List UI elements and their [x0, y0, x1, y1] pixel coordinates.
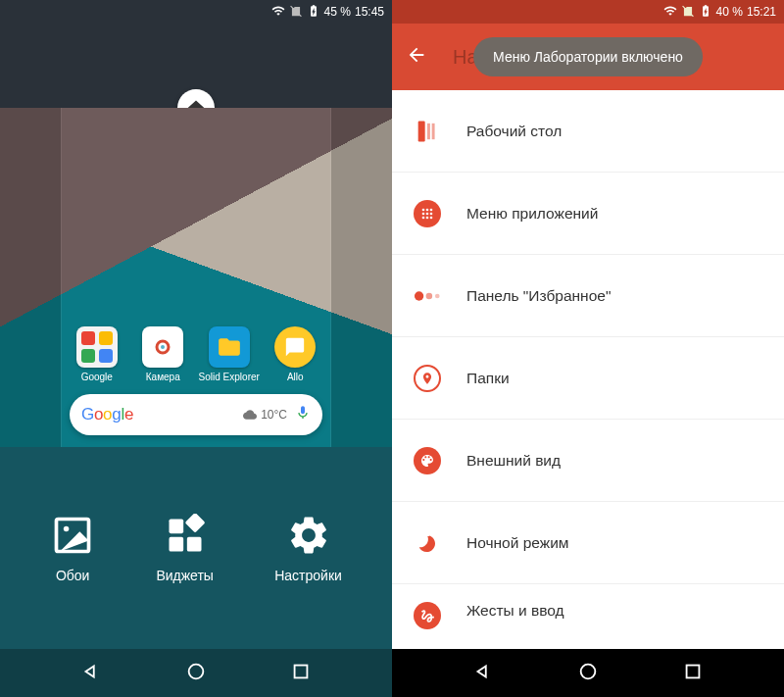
app-item[interactable]: Solid Explorer	[196, 326, 263, 382]
svg-point-17	[422, 208, 425, 211]
option-label: Виджеты	[156, 568, 214, 583]
settings-item-night[interactable]: Ночной режим	[392, 502, 784, 584]
svg-rect-1	[99, 331, 113, 345]
settings-label: Папки	[466, 370, 510, 387]
settings-label: Внешний вид	[466, 452, 561, 470]
dock-icon	[414, 282, 441, 310]
settings-button[interactable]: Настройки	[274, 513, 342, 583]
nav-recent-button[interactable]	[682, 661, 704, 686]
google-logo: Google	[81, 405, 133, 424]
moon-icon	[414, 529, 441, 557]
svg-point-5	[161, 345, 165, 349]
page-thumb-left[interactable]	[0, 108, 61, 447]
toast-message: Меню Лаборатории включено	[473, 37, 703, 76]
mic-icon[interactable]	[295, 403, 311, 426]
google-search-widget[interactable]: Google 10°C	[70, 394, 322, 435]
settings-item-desktop[interactable]: Рабочий стол	[392, 90, 784, 173]
svg-rect-16	[432, 123, 435, 138]
settings-label: Жесты и ввод	[466, 602, 564, 620]
app-label: Google	[81, 372, 113, 382]
camera-icon	[142, 326, 183, 368]
gestures-icon	[414, 602, 441, 629]
folders-icon	[414, 365, 441, 392]
page-thumb-right[interactable]	[331, 108, 392, 447]
status-time: 15:21	[747, 5, 776, 19]
app-item[interactable]: Google	[64, 326, 130, 382]
settings-item-folders[interactable]: Папки	[392, 337, 784, 420]
svg-point-23	[422, 216, 425, 219]
no-sim-icon	[289, 4, 303, 21]
wallpaper-button[interactable]: Обои	[50, 513, 95, 583]
battery-percent: 45 %	[324, 5, 351, 19]
nova-settings-screen: 40 % 15:21 Настройки Nova Меню Лаборатор…	[392, 0, 784, 697]
svg-point-27	[426, 292, 433, 299]
solid-explorer-icon	[209, 326, 250, 368]
option-label: Обои	[56, 568, 90, 583]
battery-icon	[699, 4, 712, 21]
back-button[interactable]	[406, 44, 427, 70]
app-bar: Настройки Nova Меню Лаборатории включено	[392, 24, 784, 90]
nav-bar	[392, 649, 784, 697]
svg-point-12	[189, 664, 204, 678]
home-preview[interactable]: Google Камера Solid Explorer	[0, 108, 392, 447]
settings-item-look[interactable]: Внешний вид	[392, 420, 784, 502]
cloud-icon	[243, 408, 257, 422]
weather-temp: 10°C	[261, 408, 287, 422]
settings-label: Панель "Избранное"	[466, 287, 611, 305]
no-sim-icon	[681, 4, 695, 21]
battery-icon	[307, 4, 320, 21]
wallpaper-icon	[50, 513, 95, 558]
nav-bar	[0, 649, 392, 697]
allo-icon	[274, 326, 316, 368]
svg-point-21	[426, 212, 429, 215]
svg-rect-13	[294, 665, 307, 677]
svg-point-26	[415, 291, 423, 300]
home-edit-header	[0, 24, 392, 108]
svg-point-24	[426, 216, 429, 219]
svg-rect-3	[99, 349, 113, 363]
svg-rect-10	[187, 537, 202, 552]
nav-recent-button[interactable]	[290, 661, 312, 686]
app-item[interactable]: Allo	[263, 326, 329, 382]
settings-label: Рабочий стол	[466, 123, 562, 140]
app-row: Google Камера Solid Explorer	[62, 326, 330, 390]
nav-back-button[interactable]	[80, 661, 102, 686]
settings-item-dock[interactable]: Панель "Избранное"	[392, 255, 784, 337]
app-item[interactable]: Камера	[130, 326, 197, 382]
nav-back-button[interactable]	[472, 661, 494, 686]
palette-icon	[414, 447, 441, 474]
desktop-icon	[414, 118, 441, 145]
svg-point-25	[430, 216, 433, 219]
home-options-panel: Обои Виджеты Настройки	[0, 447, 392, 649]
app-drawer-icon	[414, 200, 441, 227]
settings-item-app-drawer[interactable]: Меню приложений	[392, 173, 784, 255]
svg-rect-8	[169, 520, 183, 534]
svg-point-20	[422, 212, 425, 215]
battery-percent: 40 %	[716, 5, 743, 19]
svg-point-18	[426, 208, 429, 211]
home-edit-screen: 45 % 15:45 Google Камера	[0, 0, 392, 697]
svg-rect-0	[81, 331, 95, 345]
weather-chip[interactable]: 10°C	[141, 408, 287, 422]
svg-point-29	[581, 664, 596, 678]
settings-item-gestures[interactable]: Жесты и ввод	[392, 584, 784, 631]
wifi-icon	[663, 4, 677, 21]
svg-point-28	[435, 293, 440, 298]
widgets-icon	[163, 513, 208, 558]
svg-rect-2	[81, 349, 95, 363]
svg-point-22	[430, 212, 433, 215]
google-folder-icon	[76, 326, 118, 368]
nav-home-button[interactable]	[185, 661, 207, 686]
gear-icon	[286, 513, 331, 558]
widgets-button[interactable]: Виджеты	[156, 513, 214, 583]
nav-home-button[interactable]	[577, 661, 599, 686]
svg-rect-15	[427, 123, 430, 138]
page-thumb-main[interactable]: Google Камера Solid Explorer	[61, 108, 331, 447]
app-label: Камера	[146, 372, 180, 382]
svg-point-19	[430, 208, 433, 211]
settings-label: Ночной режим	[466, 534, 568, 552]
svg-rect-14	[418, 121, 425, 141]
status-bar: 40 % 15:21	[392, 0, 784, 24]
status-bar: 45 % 15:45	[0, 0, 392, 24]
status-time: 15:45	[355, 5, 384, 19]
